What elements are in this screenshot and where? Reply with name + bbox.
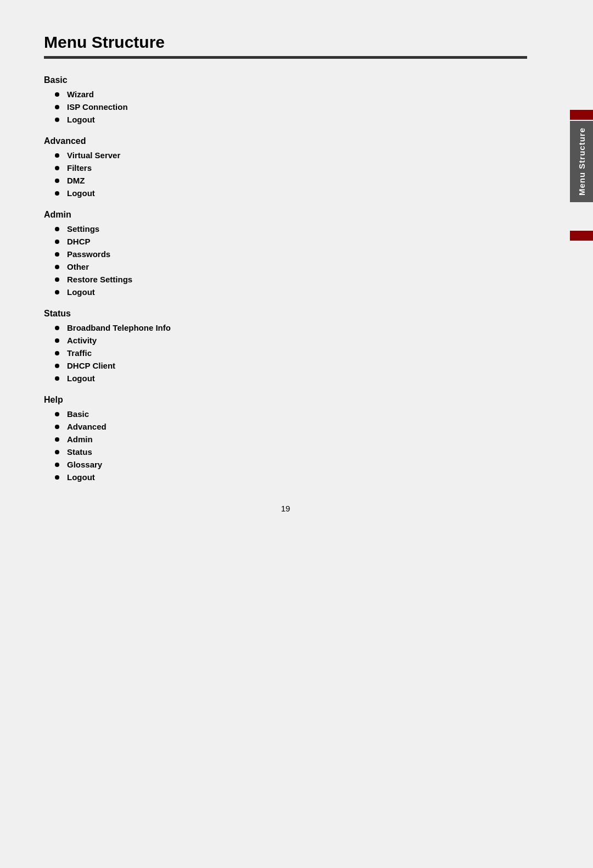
bullet-icon [55,179,59,183]
list-item: Status [44,447,527,457]
menu-item-label: Passwords [67,249,110,259]
bullet-icon [55,376,59,381]
list-item: Restore Settings [44,275,527,284]
bullet-icon [55,92,59,97]
title-divider [44,56,527,59]
bullet-icon [55,475,59,480]
list-item: Logout [44,188,527,198]
bullet-icon [55,252,59,257]
list-item: ISP Connection [44,102,527,112]
bullet-icon [55,326,59,330]
menu-item-label: Logout [67,287,95,297]
bullet-icon [55,277,59,282]
bullet-icon [55,166,59,170]
bullet-icon [55,153,59,158]
menu-item-label: Logout [67,374,95,383]
menu-list-status: Broadband Telephone InfoActivityTrafficD… [44,323,527,383]
menu-item-label: Wizard [67,90,94,99]
menu-item-label: Activity [67,336,97,345]
list-item: Broadband Telephone Info [44,323,527,332]
menu-item-label: DMZ [67,176,85,185]
menu-item-label: ISP Connection [67,102,128,112]
bullet-icon [55,338,59,343]
sidebar-tab-label: Menu Structure [577,127,586,196]
menu-item-label: Logout [67,188,95,198]
sidebar-bar-top [570,110,593,120]
page-number: 19 [44,504,527,513]
menu-item-label: Admin [67,435,93,444]
list-item: Logout [44,472,527,482]
bullet-icon [55,437,59,442]
list-item: Virtual Server [44,151,527,160]
bullet-icon [55,105,59,109]
section-heading-help: Help [44,395,527,405]
menu-list-admin: SettingsDHCPPasswordsOtherRestore Settin… [44,224,527,297]
menu-item-label: Virtual Server [67,151,120,160]
menu-list-basic: WizardISP ConnectionLogout [44,90,527,124]
list-item: Logout [44,115,527,124]
list-item: Glossary [44,460,527,469]
bullet-icon [55,351,59,355]
bullet-icon [55,364,59,368]
menu-item-label: Logout [67,115,95,124]
section-heading-status: Status [44,309,527,319]
menu-item-label: Basic [67,409,89,419]
list-item: DHCP Client [44,361,527,370]
bullet-icon [55,265,59,269]
menu-item-label: DHCP Client [67,361,115,370]
menu-item-label: Traffic [67,348,92,358]
page-container: Menu Structure Menu Structure BasicWizar… [0,0,593,868]
sections-container: BasicWizardISP ConnectionLogoutAdvancedV… [44,75,527,482]
list-item: Filters [44,163,527,173]
menu-item-label: Settings [67,224,99,233]
list-item: Advanced [44,422,527,431]
list-item: Settings [44,224,527,233]
bullet-icon [55,227,59,231]
main-content: Menu Structure BasicWizardISP Connection… [44,0,527,557]
section-heading-basic: Basic [44,75,527,85]
list-item: Passwords [44,249,527,259]
sidebar-bar-bottom [570,231,593,241]
menu-item-label: Status [67,447,92,457]
list-item: Activity [44,336,527,345]
menu-item-label: Logout [67,472,95,482]
sidebar-tab: Menu Structure [570,121,593,202]
list-item: Wizard [44,90,527,99]
bullet-icon [55,450,59,454]
page-title: Menu Structure [44,33,527,52]
bullet-icon [55,240,59,244]
menu-list-help: BasicAdvancedAdminStatusGlossaryLogout [44,409,527,482]
menu-item-label: Glossary [67,460,102,469]
bullet-icon [55,118,59,122]
menu-item-label: Broadband Telephone Info [67,323,171,332]
bullet-icon [55,463,59,467]
section-heading-admin: Admin [44,210,527,220]
menu-item-label: Other [67,262,89,271]
bullet-icon [55,425,59,429]
list-item: Other [44,262,527,271]
list-item: Admin [44,435,527,444]
list-item: DHCP [44,237,527,246]
section-heading-advanced: Advanced [44,136,527,146]
list-item: DMZ [44,176,527,185]
list-item: Traffic [44,348,527,358]
bullet-icon [55,191,59,196]
menu-item-label: Filters [67,163,92,173]
list-item: Basic [44,409,527,419]
list-item: Logout [44,287,527,297]
menu-item-label: Advanced [67,422,107,431]
menu-item-label: Restore Settings [67,275,132,284]
menu-list-advanced: Virtual ServerFiltersDMZLogout [44,151,527,198]
list-item: Logout [44,374,527,383]
bullet-icon [55,412,59,416]
menu-item-label: DHCP [67,237,91,246]
bullet-icon [55,290,59,294]
